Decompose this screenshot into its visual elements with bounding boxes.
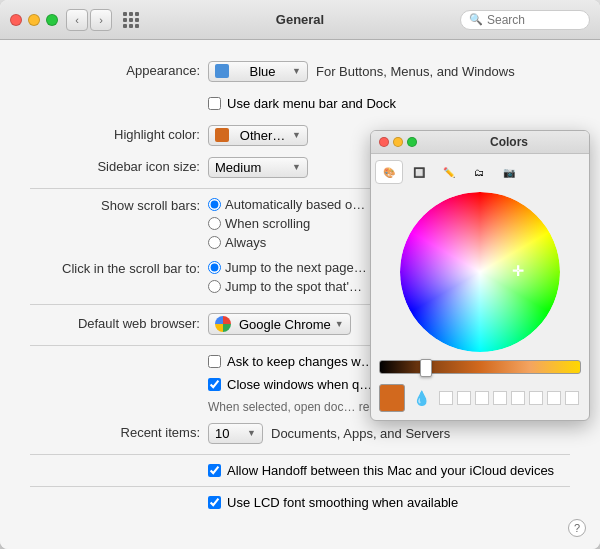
appearance-row: Appearance: Blue ▼ For Buttons, Menus, a… <box>30 60 570 82</box>
sidebar-label: Sidebar icon size: <box>30 158 200 176</box>
maximize-button[interactable] <box>46 14 58 26</box>
main-window: ‹ › General 🔍 Appearance: Blue ▼ For But… <box>0 0 600 549</box>
scroll-always-option[interactable]: Always <box>208 235 365 250</box>
color-grid-cell[interactable] <box>547 391 561 405</box>
colors-panel-buttons <box>379 137 417 147</box>
colors-tab-wheel[interactable]: 🎨 <box>375 160 403 184</box>
click-scroll-options: Jump to the next page… Jump to the spot … <box>208 260 367 294</box>
scroll-auto-radio[interactable] <box>208 198 221 211</box>
color-wheel-svg: ✛ <box>400 192 560 352</box>
color-grid-cell[interactable] <box>493 391 507 405</box>
forward-button[interactable]: › <box>90 9 112 31</box>
sidebar-chevron: ▼ <box>292 162 301 172</box>
window-title: General <box>276 12 324 27</box>
appearance-chevron: ▼ <box>292 66 301 76</box>
sidebar-value: Medium <box>215 160 261 175</box>
highlight-label: Highlight color: <box>30 126 200 144</box>
colors-min[interactable] <box>393 137 403 147</box>
browser-label: Default web browser: <box>30 315 200 333</box>
click-spot-radio[interactable] <box>208 280 221 293</box>
dark-mode-label: Use dark menu bar and Dock <box>227 96 396 111</box>
recent-items-description: Documents, Apps, and Servers <box>271 426 450 441</box>
colors-max[interactable] <box>407 137 417 147</box>
titlebar: ‹ › General 🔍 <box>0 0 600 40</box>
color-output-row: 💧 <box>371 380 589 420</box>
click-scroll-label: Click in the scroll bar to: <box>30 260 200 278</box>
close-button[interactable] <box>10 14 22 26</box>
colors-tab-sliders[interactable]: 🔲 <box>405 160 433 184</box>
help-button[interactable]: ? <box>568 519 586 537</box>
color-grid-cell[interactable] <box>475 391 489 405</box>
color-grid-cell[interactable] <box>457 391 471 405</box>
brightness-thumb <box>420 359 432 377</box>
lcd-checkbox[interactable] <box>208 496 221 509</box>
recent-items-chevron: ▼ <box>247 428 256 438</box>
sidebar-select[interactable]: Medium ▼ <box>208 157 308 178</box>
color-swatch[interactable] <box>379 384 405 412</box>
handoff-row: Allow Handoff between this Mac and your … <box>208 463 570 478</box>
browser-chevron: ▼ <box>335 319 344 329</box>
minimize-button[interactable] <box>28 14 40 26</box>
appearance-select[interactable]: Blue ▼ <box>208 61 308 82</box>
color-wheel[interactable]: ✛ <box>400 192 560 352</box>
click-spot-option[interactable]: Jump to the spot that'… <box>208 279 367 294</box>
eyedropper-button[interactable]: 💧 <box>411 386 433 410</box>
appearance-value: Blue <box>250 64 276 79</box>
highlight-chevron: ▼ <box>292 130 301 140</box>
recent-items-row: Recent items: 10 ▼ Documents, Apps, and … <box>30 422 570 444</box>
color-grid-cell[interactable] <box>529 391 543 405</box>
lcd-row: Use LCD font smoothing when available <box>208 495 570 510</box>
wheel-container: ✛ <box>371 184 589 360</box>
click-next-radio[interactable] <box>208 261 221 274</box>
color-grid <box>439 391 581 405</box>
highlight-select[interactable]: Other… ▼ <box>208 125 308 146</box>
appearance-label: Appearance: <box>30 62 200 80</box>
search-box[interactable]: 🔍 <box>460 10 590 30</box>
recent-items-label: Recent items: <box>30 424 200 442</box>
colors-panel: Colors 🎨 🔲 ✏️ 🗂 📷 <box>370 130 590 421</box>
close-windows-label: Close windows when q… <box>227 377 372 392</box>
lcd-label: Use LCD font smoothing when available <box>227 495 458 510</box>
colors-tab-image[interactable]: 📷 <box>495 160 523 184</box>
brightness-row <box>371 360 589 380</box>
search-icon: 🔍 <box>469 13 483 26</box>
divider-4 <box>30 454 570 455</box>
recent-items-value: 10 <box>215 426 229 441</box>
scroll-auto-label: Automatically based o… <box>225 197 365 212</box>
browser-select[interactable]: Google Chrome ▼ <box>208 313 351 335</box>
scroll-always-label: Always <box>225 235 266 250</box>
highlight-value: Other… <box>240 128 286 143</box>
close-windows-checkbox[interactable] <box>208 378 221 391</box>
click-next-label: Jump to the next page… <box>225 260 367 275</box>
colors-close[interactable] <box>379 137 389 147</box>
scroll-bars-label: Show scroll bars: <box>30 197 200 215</box>
scroll-scrolling-radio[interactable] <box>208 217 221 230</box>
recent-items-select[interactable]: 10 ▼ <box>208 423 263 444</box>
handoff-checkbox[interactable] <box>208 464 221 477</box>
grid-button[interactable] <box>120 9 142 31</box>
chrome-icon <box>215 316 231 332</box>
content-area: Appearance: Blue ▼ For Buttons, Menus, a… <box>0 40 600 549</box>
back-button[interactable]: ‹ <box>66 9 88 31</box>
colors-tabs: 🎨 🔲 ✏️ 🗂 📷 <box>371 154 589 184</box>
ask-keep-label: Ask to keep changes w… <box>227 354 374 369</box>
nav-buttons: ‹ › <box>66 9 112 31</box>
click-next-option[interactable]: Jump to the next page… <box>208 260 367 275</box>
svg-text:✛: ✛ <box>512 263 524 279</box>
divider-5 <box>30 486 570 487</box>
colors-tab-palettes[interactable]: 🗂 <box>465 160 493 184</box>
scroll-always-radio[interactable] <box>208 236 221 249</box>
scroll-scrolling-option[interactable]: When scrolling <box>208 216 365 231</box>
window-buttons <box>10 14 58 26</box>
dark-mode-row: Use dark menu bar and Dock <box>208 92 570 114</box>
scroll-auto-option[interactable]: Automatically based o… <box>208 197 365 212</box>
color-grid-cell[interactable] <box>511 391 525 405</box>
search-input[interactable] <box>487 13 581 27</box>
dark-mode-checkbox[interactable] <box>208 97 221 110</box>
ask-keep-checkbox[interactable] <box>208 355 221 368</box>
color-grid-cell[interactable] <box>439 391 453 405</box>
scroll-bars-options: Automatically based o… When scrolling Al… <box>208 197 365 250</box>
colors-tab-crayons[interactable]: ✏️ <box>435 160 463 184</box>
color-grid-cell[interactable] <box>565 391 579 405</box>
brightness-slider[interactable] <box>379 360 581 374</box>
